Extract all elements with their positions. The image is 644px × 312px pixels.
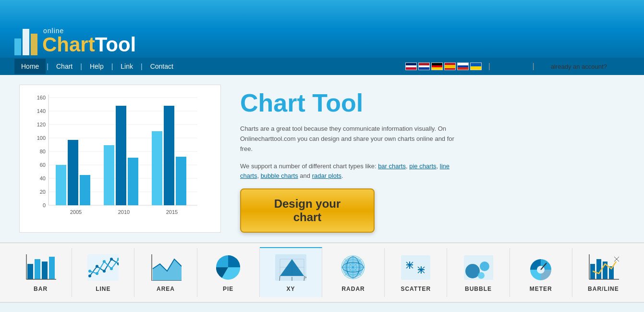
flag-en[interactable]	[405, 62, 417, 70]
svg-point-35	[88, 270, 91, 273]
bar-2015-v2	[164, 106, 174, 205]
scatter-chart-icon	[399, 253, 433, 282]
logo-icon	[14, 26, 37, 55]
radar-chart-icon	[337, 253, 370, 282]
svg-point-38	[110, 267, 113, 270]
chart-type-barline[interactable]: BAR/LINE	[572, 248, 634, 297]
auth-sep-1: |	[533, 62, 535, 71]
svg-text:20: 20	[40, 189, 46, 195]
already-text: already an account?	[551, 63, 607, 70]
link-radar-plots[interactable]: radar plots	[312, 172, 341, 179]
svg-point-33	[110, 258, 113, 261]
nav-sep-4: |	[140, 62, 144, 70]
bubble-label: BUBBLE	[465, 286, 492, 292]
svg-text:2015: 2015	[166, 209, 178, 215]
flag-ru[interactable]	[457, 62, 469, 70]
nav-home[interactable]: Home	[14, 59, 46, 74]
line-label: LINE	[96, 286, 110, 292]
svg-point-79	[478, 272, 485, 279]
svg-point-32	[103, 270, 106, 273]
link-pie-charts[interactable]: pie charts	[409, 162, 436, 170]
area-chart-icon	[149, 253, 182, 282]
pie-chart-icon	[211, 253, 245, 282]
bar-2010-v2	[116, 106, 126, 205]
svg-text:120: 120	[37, 122, 46, 127]
svg-rect-29	[87, 254, 119, 281]
bar-2005-v2	[68, 140, 78, 205]
svg-point-64	[342, 257, 364, 278]
link-bubble-charts[interactable]: bubble charts	[261, 172, 298, 179]
svg-text:2010: 2010	[118, 209, 130, 215]
hero-desc-2: We support a number of different chart t…	[240, 162, 456, 182]
right-content: Chart Tool Charts are a great tool becau…	[240, 85, 625, 233]
chart-type-bar[interactable]: BAR	[10, 248, 72, 297]
nav-sep-1: |	[46, 62, 49, 70]
flag-de[interactable]	[431, 62, 443, 70]
chart-type-radar[interactable]: RADAR	[322, 248, 385, 297]
header: online ChartTool	[0, 0, 644, 58]
hero-title: Chart Tool	[240, 89, 625, 117]
flag-es[interactable]	[444, 62, 456, 70]
svg-text:140: 140	[37, 108, 46, 114]
bar-2015-v1	[152, 131, 162, 205]
chart-type-scatter[interactable]: SCATTER	[385, 248, 447, 297]
login-link[interactable]: Login	[611, 62, 630, 71]
svg-point-77	[465, 264, 480, 278]
bubble-chart-icon	[462, 253, 495, 282]
svg-text:0: 0	[43, 202, 46, 208]
chart-type-area[interactable]: AREA	[134, 248, 197, 297]
meter-chart-icon	[524, 253, 558, 282]
svg-point-37	[103, 260, 106, 263]
chart-type-line[interactable]: LINE	[72, 248, 134, 297]
bar-2010-v1	[104, 145, 114, 205]
register-link[interactable]: Register	[497, 62, 526, 71]
bar-2005-v1	[56, 165, 66, 205]
logo-charttool-text: ChartTool	[42, 35, 136, 55]
chart-type-xy[interactable]: x XY	[260, 247, 322, 297]
nav-chart[interactable]: Chart	[49, 59, 79, 74]
nav-bar: Home | Chart | Help | Link | Contact | R…	[0, 58, 644, 75]
logo-chart-part: Chart	[42, 33, 95, 56]
svg-text:60: 60	[40, 162, 46, 168]
logo-bar-1	[14, 38, 21, 55]
bar-label: BAR	[34, 286, 48, 292]
chart-area: 0 20 40 60 80 100 120 140 160	[19, 85, 221, 233]
svg-text:80: 80	[40, 149, 46, 154]
nav-help[interactable]: Help	[83, 59, 110, 74]
line-chart-icon	[86, 253, 120, 282]
pie-label: PIE	[223, 286, 233, 292]
nav-left: Home | Chart | Help | Link | Contact	[14, 59, 180, 74]
barline-label: BAR/LINE	[588, 286, 619, 292]
logo-tool-part: Tool	[95, 33, 136, 56]
nav-sep-3: |	[110, 62, 114, 70]
svg-point-78	[480, 262, 489, 271]
chart-type-pie[interactable]: PIE	[197, 248, 260, 297]
area-label: AREA	[157, 286, 175, 292]
svg-text:40: 40	[40, 175, 46, 181]
hero-desc-1: Charts are a great tool because they com…	[240, 124, 456, 154]
bar-2010-v3	[128, 158, 138, 205]
design-chart-button[interactable]: Design your chart	[240, 188, 375, 233]
chart-type-bubble[interactable]: BUBBLE	[447, 248, 510, 297]
svg-text:160: 160	[37, 95, 46, 100]
bar-2005-v3	[80, 175, 90, 205]
flag-nl[interactable]	[418, 62, 430, 70]
nav-right: | Register | already an account? Login	[405, 62, 630, 71]
logo-area: online ChartTool	[14, 26, 136, 55]
scatter-label: SCATTER	[401, 286, 431, 292]
link-bar-charts[interactable]: bar charts	[378, 162, 406, 170]
xy-label: XY	[286, 286, 295, 292]
bar-chart-icon	[24, 253, 58, 282]
chart-type-meter[interactable]: METER	[510, 248, 572, 297]
svg-rect-25	[42, 262, 48, 279]
svg-rect-23	[27, 264, 33, 279]
svg-text:100: 100	[37, 135, 46, 141]
flags-area	[405, 62, 482, 70]
flag-ua[interactable]	[470, 62, 482, 70]
nav-link[interactable]: Link	[114, 59, 140, 74]
nav-contact[interactable]: Contact	[144, 59, 180, 74]
auth-sep-outer: |	[488, 62, 490, 71]
svg-point-31	[96, 265, 98, 268]
barline-chart-icon	[586, 253, 620, 282]
svg-rect-67	[401, 255, 430, 280]
